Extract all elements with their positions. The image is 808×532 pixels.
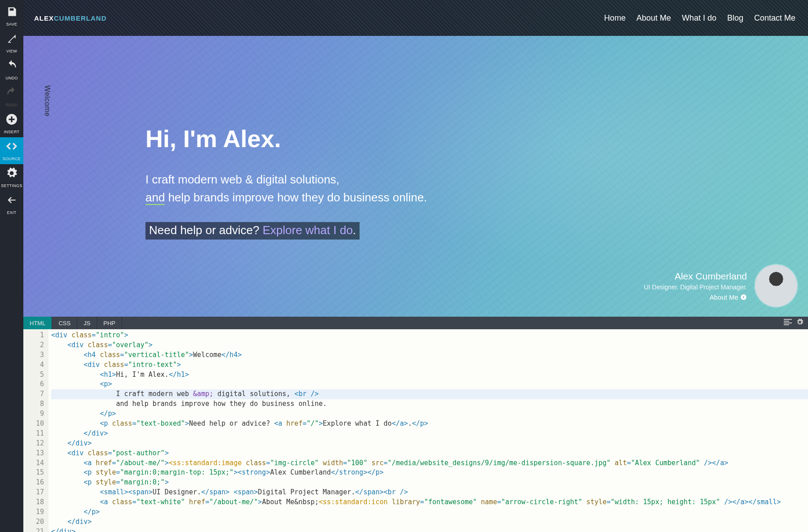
code-line[interactable]: <small><span>UI Designer.</span> <span>D… — [51, 488, 808, 497]
tool-view[interactable]: VIEW — [0, 30, 23, 57]
author-name: Alex Cumberland — [644, 271, 747, 282]
hero-line2: and help brands improve how they do busi… — [145, 191, 427, 205]
tool-redo: REDO — [0, 83, 23, 110]
code-line[interactable]: <h4 class="vertical-title">Welcome</h4> — [51, 350, 808, 360]
code-line[interactable]: <div class="intro"> — [51, 331, 808, 340]
undo-icon — [6, 60, 18, 73]
nav-about-me[interactable]: About Me — [637, 13, 671, 23]
author-about-link[interactable]: About Me — [644, 293, 747, 301]
code-line[interactable]: and help brands improve how they do busi… — [51, 399, 808, 409]
hero-heading: Hi, I'm Alex. — [145, 125, 427, 153]
site-logo[interactable]: ALEXCUMBERLAND — [34, 14, 107, 22]
code-line[interactable]: </div> — [51, 429, 808, 439]
site-header: ALEXCUMBERLAND HomeAbout MeWhat I doBlog… — [23, 0, 808, 36]
tab-js[interactable]: JS — [77, 317, 97, 329]
intro-text: Hi, I'm Alex. I craft modern web & digit… — [145, 125, 427, 240]
gear-icon[interactable] — [796, 318, 804, 327]
exit-icon — [6, 194, 18, 208]
avatar[interactable] — [755, 265, 797, 307]
hero-subtitle: I craft modern web & digital solutions, … — [145, 170, 427, 207]
tool-undo[interactable]: UNDO — [0, 57, 23, 83]
code-line[interactable]: </p> — [51, 507, 808, 517]
code-line[interactable]: </div> — [51, 439, 808, 449]
tab-css[interactable]: CSS — [52, 317, 77, 329]
left-toolbar: SAVEVIEWUNDOREDOINSERTSOURCESETTINGSEXIT — [0, 0, 23, 532]
tab-html[interactable]: HTML — [23, 317, 52, 329]
redo-icon — [6, 87, 18, 100]
tool-exit[interactable]: EXIT — [0, 191, 23, 218]
view-icon — [6, 33, 18, 46]
insert-icon — [6, 113, 18, 127]
code-line[interactable]: I craft modern web &amp; digital solutio… — [51, 389, 808, 399]
post-author: Alex Cumberland UI Designer. Digital Pro… — [644, 265, 797, 307]
logo-part2: CUMBERLAND — [54, 14, 107, 22]
settings-icon — [6, 167, 18, 181]
hero-cta-box: Need help or advice? Explore what I do. — [145, 222, 360, 240]
nav-home[interactable]: Home — [604, 13, 626, 23]
save-icon — [6, 6, 18, 19]
site-nav: HomeAbout MeWhat I doBlogContact Me — [604, 13, 795, 23]
editor-tabs: HTMLCSSJSPHP — [23, 317, 808, 329]
source-icon — [6, 140, 18, 154]
code-line[interactable]: </div> — [51, 527, 808, 532]
logo-part1: ALEX — [34, 14, 54, 22]
tool-save[interactable]: SAVE — [0, 3, 23, 30]
tool-source[interactable]: SOURCE — [0, 137, 23, 164]
code-lines[interactable]: <div class="intro"> <div class="overlay"… — [48, 329, 808, 532]
code-line[interactable]: <div class="post-author"> — [51, 449, 808, 458]
tab-php[interactable]: PHP — [97, 317, 122, 329]
arrow-circle-right-icon — [740, 293, 747, 301]
hero-cta-link[interactable]: Explore what I do — [263, 223, 353, 237]
code-line[interactable]: <div class="overlay"> — [51, 340, 808, 350]
code-line[interactable]: <p> — [51, 379, 808, 389]
code-line[interactable]: <p style="margin:0;margin-top: 15px;"><s… — [51, 468, 808, 478]
code-line[interactable]: <a href="/about-me/"><ss:standard:image … — [51, 458, 808, 468]
code-line[interactable]: <p class="text-boxed">Need help or advic… — [51, 419, 808, 429]
line-gutter: 123456789101112131415161718192021222324 — [23, 329, 48, 532]
code-line[interactable]: </p> — [51, 409, 808, 419]
tool-settings[interactable]: SETTINGS — [0, 164, 23, 191]
nav-what-i-do[interactable]: What I do — [682, 13, 716, 23]
vertical-title: Welcome — [43, 85, 51, 117]
code-line[interactable]: </div> — [51, 517, 808, 527]
code-line[interactable]: <div class="intro-text"> — [51, 360, 808, 370]
tool-insert[interactable]: INSERT — [0, 110, 23, 137]
code-line[interactable]: <h1>Hi, I'm Alex.</h1> — [51, 370, 808, 380]
preview-pane: ALEXCUMBERLAND HomeAbout MeWhat I doBlog… — [23, 0, 808, 317]
align-icon[interactable] — [784, 319, 792, 327]
nav-contact-me[interactable]: Contact Me — [754, 13, 795, 23]
code-area[interactable]: 123456789101112131415161718192021222324 … — [23, 329, 808, 532]
code-line[interactable]: <a class="text-white" href="/about-me/">… — [51, 497, 808, 507]
nav-blog[interactable]: Blog — [727, 13, 743, 23]
author-role: UI Designer. Digital Project Manager. — [644, 283, 747, 291]
code-line[interactable]: <p style="margin:0;"> — [51, 478, 808, 488]
